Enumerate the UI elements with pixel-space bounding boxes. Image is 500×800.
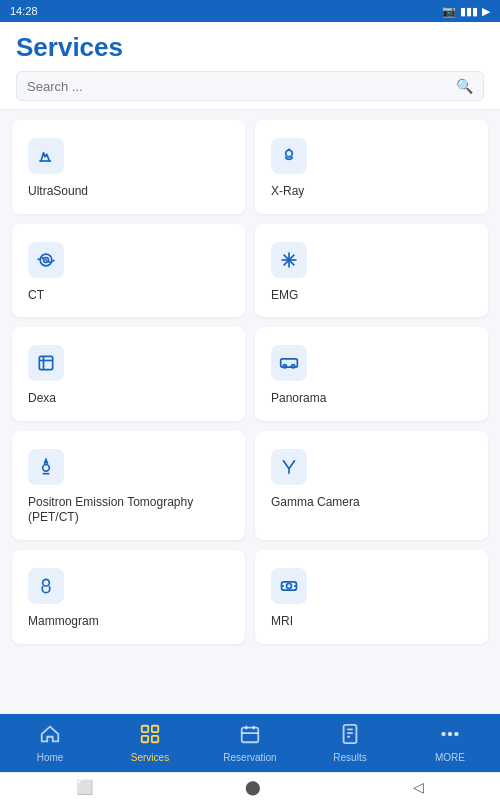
service-icon-emg — [271, 242, 307, 278]
svg-point-13 — [283, 365, 286, 368]
service-card-emg[interactable]: EMG — [255, 224, 488, 318]
svg-rect-22 — [152, 726, 158, 732]
search-icon: 🔍 — [456, 78, 473, 94]
svg-point-33 — [442, 733, 445, 736]
nav-item-more[interactable]: MORE — [400, 717, 500, 769]
service-card-mammogram[interactable]: Mammogram — [12, 550, 245, 644]
service-card-ct[interactable]: CT — [12, 224, 245, 318]
service-card-gamma[interactable]: Gamma Camera — [255, 431, 488, 540]
service-label-dexa: Dexa — [28, 391, 56, 407]
service-icon-gamma — [271, 449, 307, 485]
services-grid: UltraSoundX-RayCTEMGDexaPanoramaPositron… — [0, 110, 500, 714]
service-card-xray[interactable]: X-Ray — [255, 120, 488, 214]
service-card-mri[interactable]: MRI — [255, 550, 488, 644]
service-card-ultrasound[interactable]: UltraSound — [12, 120, 245, 214]
service-card-panorama[interactable]: Panorama — [255, 327, 488, 421]
nav-item-home[interactable]: Home — [0, 717, 100, 769]
page-title: Services — [16, 32, 484, 63]
search-bar[interactable]: 🔍 — [16, 71, 484, 101]
nav-icon-services — [139, 723, 161, 750]
nav-icon-reservation — [239, 723, 261, 750]
svg-rect-23 — [142, 736, 148, 742]
service-label-gamma: Gamma Camera — [271, 495, 360, 511]
service-label-mammogram: Mammogram — [28, 614, 99, 630]
nav-icon-results — [339, 723, 361, 750]
nav-label-more: MORE — [435, 752, 465, 763]
header: Services 🔍 — [0, 22, 500, 110]
service-icon-mammogram — [28, 568, 64, 604]
nav-label-results: Results — [333, 752, 366, 763]
nav-label-services: Services — [131, 752, 169, 763]
svg-point-18 — [287, 583, 292, 588]
svg-point-1 — [286, 150, 293, 157]
service-label-ct: CT — [28, 288, 44, 304]
service-icon-mri — [271, 568, 307, 604]
service-card-pet-ct[interactable]: Positron Emission Tomography (PET/CT) — [12, 431, 245, 540]
status-time: 14:28 — [10, 5, 38, 17]
service-icon-pet-ct — [28, 449, 64, 485]
service-icon-panorama — [271, 345, 307, 381]
status-icons: 📷 ▮▮▮ ▶ — [442, 5, 490, 18]
svg-point-14 — [292, 365, 295, 368]
service-label-emg: EMG — [271, 288, 298, 304]
search-input[interactable] — [27, 79, 456, 94]
svg-point-15 — [43, 464, 50, 471]
svg-point-16 — [43, 579, 50, 586]
nav-icon-more — [439, 723, 461, 750]
status-bar: 14:28 📷 ▮▮▮ ▶ — [0, 0, 500, 22]
nav-item-results[interactable]: Results — [300, 717, 400, 769]
nav-item-reservation[interactable]: Reservation — [200, 717, 300, 769]
service-icon-dexa — [28, 345, 64, 381]
nav-label-home: Home — [37, 752, 64, 763]
service-icon-xray — [271, 138, 307, 174]
nav-item-services[interactable]: Services — [100, 717, 200, 769]
android-recent-icon[interactable]: ⬜ — [76, 779, 93, 795]
svg-rect-21 — [142, 726, 148, 732]
service-card-dexa[interactable]: Dexa — [12, 327, 245, 421]
service-label-pet-ct: Positron Emission Tomography (PET/CT) — [28, 495, 229, 526]
service-icon-ultrasound — [28, 138, 64, 174]
svg-rect-25 — [242, 728, 259, 743]
service-label-panorama: Panorama — [271, 391, 326, 407]
svg-rect-9 — [39, 357, 52, 370]
svg-rect-24 — [152, 736, 158, 742]
android-home-icon[interactable]: ⬤ — [245, 779, 261, 795]
android-back-icon[interactable]: ◁ — [413, 779, 424, 795]
svg-point-34 — [449, 733, 452, 736]
bottom-nav: HomeServicesReservationResultsMORE — [0, 714, 500, 772]
nav-label-reservation: Reservation — [223, 752, 276, 763]
svg-point-35 — [455, 733, 458, 736]
service-label-xray: X-Ray — [271, 184, 304, 200]
service-label-mri: MRI — [271, 614, 293, 630]
android-nav-bar: ⬜ ⬤ ◁ — [0, 772, 500, 800]
service-label-ultrasound: UltraSound — [28, 184, 88, 200]
nav-icon-home — [39, 723, 61, 750]
service-icon-ct — [28, 242, 64, 278]
